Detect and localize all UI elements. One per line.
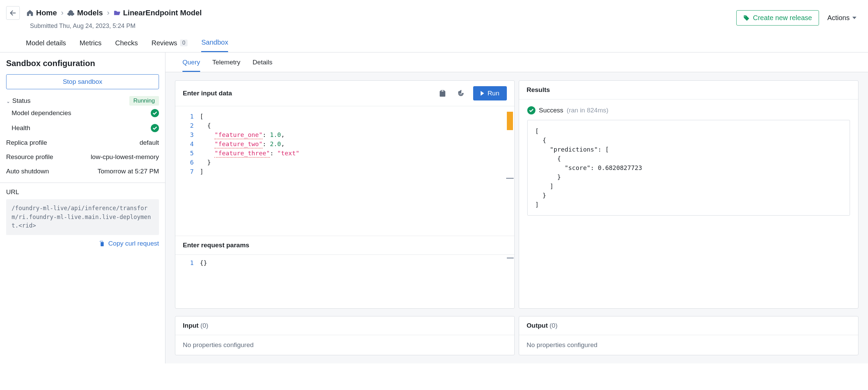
- status-label: Status: [12, 97, 31, 104]
- check-circle-icon: [151, 109, 159, 117]
- results-panel: Results Success (ran in 824ms) [ { "pred…: [519, 80, 858, 309]
- auto-shutdown-label: Auto shutdown: [6, 168, 49, 175]
- status-toggle[interactable]: ⌃Status Running: [6, 96, 159, 106]
- actions-dropdown[interactable]: Actions: [825, 11, 858, 25]
- tab-sandbox[interactable]: Sandbox: [201, 38, 228, 52]
- tab-reviews-label: Reviews: [151, 39, 177, 47]
- model-deps-label: Model dependencies: [12, 109, 71, 117]
- code-content: [ { "feature_one": 1.0, "feature_two": 2…: [200, 112, 505, 176]
- submitted-timestamp: Submitted Thu, Aug 24, 2023, 5:24 PM: [30, 22, 202, 30]
- back-button[interactable]: [6, 6, 20, 20]
- actions-label: Actions: [827, 14, 850, 22]
- results-title: Results: [527, 86, 550, 94]
- resource-profile-row: Resource profile low-cpu-lowest-memory: [6, 150, 159, 164]
- results-duration: (ran in 824ms): [567, 107, 609, 114]
- sub-tab-query[interactable]: Query: [182, 59, 200, 72]
- main-area: Query Telemetry Details Enter input data: [165, 52, 868, 363]
- tag-icon: [743, 15, 750, 21]
- output-properties-panel: Output (0) No properties configured: [519, 316, 858, 355]
- header: Home › Models › LinearEndpoint Model Sub…: [0, 0, 868, 30]
- auto-shutdown-value: Tomorrow at 5:27 PM: [97, 168, 159, 175]
- health-label: Health: [12, 124, 30, 132]
- chevron-down-icon: ⌃: [6, 98, 10, 104]
- create-release-label: Create new release: [753, 14, 812, 22]
- input-properties-count: (0): [200, 322, 208, 329]
- results-status: Success (ran in 824ms): [527, 106, 850, 114]
- model-deps-row: Model dependencies: [6, 106, 159, 121]
- models-icon: [67, 10, 74, 16]
- output-properties-label: Output: [527, 322, 548, 329]
- health-row: Health: [6, 121, 159, 136]
- input-properties-label: Input: [183, 322, 198, 329]
- url-label: URL: [6, 188, 159, 196]
- breadcrumb-home[interactable]: Home: [27, 9, 57, 17]
- chevron-right-icon: ›: [61, 9, 63, 17]
- copy-curl-button[interactable]: Copy curl request: [6, 240, 159, 247]
- chevron-right-icon: ›: [107, 9, 109, 17]
- tab-reviews[interactable]: Reviews 0: [151, 38, 188, 52]
- caret-down-icon: [852, 17, 856, 19]
- breadcrumb-models[interactable]: Models: [67, 9, 103, 17]
- tab-metrics[interactable]: Metrics: [80, 38, 101, 52]
- folder-icon: [114, 10, 120, 16]
- breadcrumb-models-label: Models: [77, 9, 103, 17]
- play-icon: [481, 91, 484, 96]
- output-properties-body: No properties configured: [519, 335, 858, 355]
- gutter: 1: [175, 258, 200, 267]
- input-properties-panel: Input (0) No properties configured: [175, 316, 515, 355]
- sidebar-title: Sandbox configuration: [6, 59, 159, 68]
- tab-model-details[interactable]: Model details: [26, 38, 66, 52]
- home-icon: [27, 10, 33, 16]
- check-circle-icon: [527, 106, 535, 114]
- breadcrumb-current-label: LinearEndpoint Model: [123, 9, 202, 17]
- clipboard-button[interactable]: [436, 87, 449, 99]
- params-code-editor[interactable]: 1 {}: [175, 255, 514, 308]
- tab-checks[interactable]: Checks: [115, 38, 138, 52]
- create-release-button[interactable]: Create new release: [736, 10, 819, 26]
- params-content: {}: [200, 258, 514, 267]
- reviews-count-badge: 0: [180, 40, 188, 46]
- url-value: /foundry-ml-live/api/inference/transform…: [6, 199, 159, 235]
- replica-profile-label: Replica profile: [6, 139, 47, 146]
- minimap[interactable]: [507, 258, 514, 259]
- input-data-panel: Enter input data Run: [175, 80, 515, 309]
- breadcrumb-home-label: Home: [36, 9, 57, 17]
- check-circle-icon: [151, 124, 159, 132]
- clipboard-icon: [439, 90, 446, 97]
- sub-tab-telemetry[interactable]: Telemetry: [212, 59, 240, 72]
- replica-profile-row: Replica profile default: [6, 136, 159, 150]
- results-status-label: Success: [539, 107, 563, 114]
- reset-icon: [457, 90, 465, 97]
- resource-profile-value: low-cpu-lowest-memory: [91, 153, 159, 161]
- input-code-editor[interactable]: 1 2 3 4 5 6 7 [ { "feature_one": 1.0, "f…: [175, 106, 514, 182]
- resource-profile-label: Resource profile: [6, 153, 53, 161]
- auto-shutdown-row: Auto shutdown Tomorrow at 5:27 PM: [6, 164, 159, 178]
- run-button[interactable]: Run: [473, 86, 507, 100]
- sub-tab-details[interactable]: Details: [253, 59, 272, 72]
- run-label: Run: [487, 90, 499, 97]
- sub-tabs: Query Telemetry Details: [165, 52, 868, 72]
- clipboard-icon: [99, 240, 105, 247]
- request-params-title: Enter request params: [175, 236, 514, 255]
- output-properties-count: (0): [550, 322, 558, 329]
- input-properties-body: No properties configured: [175, 335, 514, 355]
- status-badge: Running: [129, 96, 159, 106]
- sidebar: Sandbox configuration Stop sandbox ⌃Stat…: [0, 52, 165, 363]
- copy-curl-label: Copy curl request: [108, 240, 159, 247]
- reset-button[interactable]: [455, 87, 467, 99]
- breadcrumb-current[interactable]: LinearEndpoint Model: [114, 9, 202, 17]
- breadcrumbs: Home › Models › LinearEndpoint Model: [6, 6, 202, 20]
- input-data-title: Enter input data: [183, 90, 232, 97]
- gutter: 1 2 3 4 5 6 7: [175, 112, 200, 176]
- top-tabs: Model details Metrics Checks Reviews 0 S…: [0, 30, 868, 52]
- replica-profile-value: default: [140, 139, 159, 146]
- results-output: [ { "predictions": [ { "score": 0.682082…: [527, 120, 850, 216]
- minimap[interactable]: [507, 112, 513, 176]
- stop-sandbox-button[interactable]: Stop sandbox: [6, 74, 159, 89]
